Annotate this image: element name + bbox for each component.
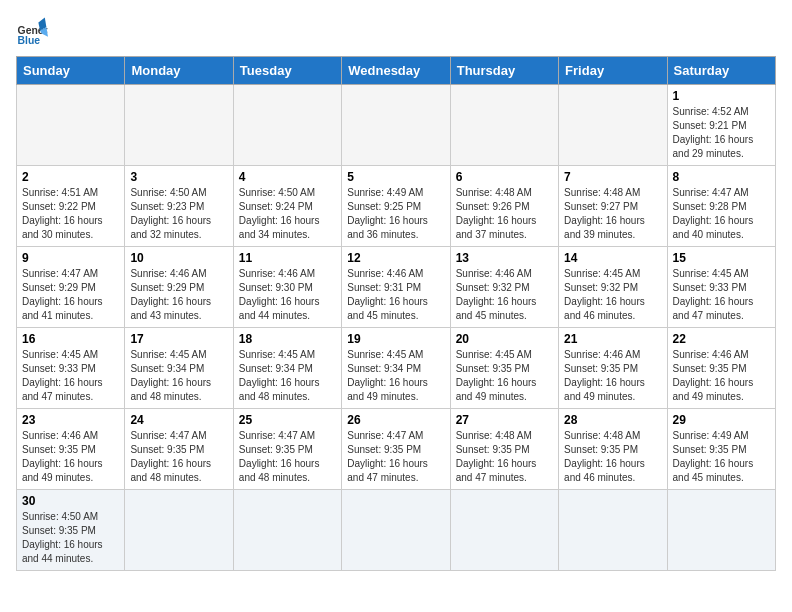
calendar-cell <box>450 85 558 166</box>
day-number: 16 <box>22 332 119 346</box>
day-info: Sunrise: 4:45 AM Sunset: 9:34 PM Dayligh… <box>239 348 336 404</box>
day-number: 3 <box>130 170 227 184</box>
calendar-cell: 24Sunrise: 4:47 AM Sunset: 9:35 PM Dayli… <box>125 409 233 490</box>
calendar-cell: 20Sunrise: 4:45 AM Sunset: 9:35 PM Dayli… <box>450 328 558 409</box>
day-info: Sunrise: 4:45 AM Sunset: 9:34 PM Dayligh… <box>347 348 444 404</box>
day-info: Sunrise: 4:45 AM Sunset: 9:33 PM Dayligh… <box>673 267 770 323</box>
weekday-header-friday: Friday <box>559 57 667 85</box>
day-number: 13 <box>456 251 553 265</box>
calendar-cell: 10Sunrise: 4:46 AM Sunset: 9:29 PM Dayli… <box>125 247 233 328</box>
day-number: 30 <box>22 494 119 508</box>
day-number: 7 <box>564 170 661 184</box>
calendar-cell: 22Sunrise: 4:46 AM Sunset: 9:35 PM Dayli… <box>667 328 775 409</box>
day-info: Sunrise: 4:46 AM Sunset: 9:32 PM Dayligh… <box>456 267 553 323</box>
day-number: 15 <box>673 251 770 265</box>
calendar-cell: 3Sunrise: 4:50 AM Sunset: 9:23 PM Daylig… <box>125 166 233 247</box>
weekday-header-tuesday: Tuesday <box>233 57 341 85</box>
calendar-cell: 17Sunrise: 4:45 AM Sunset: 9:34 PM Dayli… <box>125 328 233 409</box>
day-number: 24 <box>130 413 227 427</box>
day-number: 25 <box>239 413 336 427</box>
day-info: Sunrise: 4:47 AM Sunset: 9:35 PM Dayligh… <box>347 429 444 485</box>
calendar-table: SundayMondayTuesdayWednesdayThursdayFrid… <box>16 56 776 571</box>
calendar-cell: 28Sunrise: 4:48 AM Sunset: 9:35 PM Dayli… <box>559 409 667 490</box>
day-info: Sunrise: 4:46 AM Sunset: 9:30 PM Dayligh… <box>239 267 336 323</box>
day-number: 12 <box>347 251 444 265</box>
calendar-cell <box>125 490 233 571</box>
day-number: 4 <box>239 170 336 184</box>
day-info: Sunrise: 4:51 AM Sunset: 9:22 PM Dayligh… <box>22 186 119 242</box>
calendar-cell: 30Sunrise: 4:50 AM Sunset: 9:35 PM Dayli… <box>17 490 125 571</box>
day-number: 5 <box>347 170 444 184</box>
weekday-header-wednesday: Wednesday <box>342 57 450 85</box>
day-number: 28 <box>564 413 661 427</box>
calendar-cell: 26Sunrise: 4:47 AM Sunset: 9:35 PM Dayli… <box>342 409 450 490</box>
day-number: 18 <box>239 332 336 346</box>
day-number: 2 <box>22 170 119 184</box>
day-number: 21 <box>564 332 661 346</box>
day-info: Sunrise: 4:45 AM Sunset: 9:34 PM Dayligh… <box>130 348 227 404</box>
calendar-cell: 2Sunrise: 4:51 AM Sunset: 9:22 PM Daylig… <box>17 166 125 247</box>
calendar-cell <box>342 490 450 571</box>
day-number: 26 <box>347 413 444 427</box>
calendar-cell <box>667 490 775 571</box>
calendar-cell: 13Sunrise: 4:46 AM Sunset: 9:32 PM Dayli… <box>450 247 558 328</box>
calendar-week-row: 23Sunrise: 4:46 AM Sunset: 9:35 PM Dayli… <box>17 409 776 490</box>
calendar-cell <box>559 85 667 166</box>
calendar-cell <box>233 490 341 571</box>
calendar-week-row: 2Sunrise: 4:51 AM Sunset: 9:22 PM Daylig… <box>17 166 776 247</box>
calendar-cell: 12Sunrise: 4:46 AM Sunset: 9:31 PM Dayli… <box>342 247 450 328</box>
day-info: Sunrise: 4:48 AM Sunset: 9:35 PM Dayligh… <box>564 429 661 485</box>
day-number: 20 <box>456 332 553 346</box>
day-info: Sunrise: 4:46 AM Sunset: 9:35 PM Dayligh… <box>673 348 770 404</box>
calendar-cell: 15Sunrise: 4:45 AM Sunset: 9:33 PM Dayli… <box>667 247 775 328</box>
day-info: Sunrise: 4:48 AM Sunset: 9:35 PM Dayligh… <box>456 429 553 485</box>
day-info: Sunrise: 4:47 AM Sunset: 9:28 PM Dayligh… <box>673 186 770 242</box>
calendar-week-row: 1Sunrise: 4:52 AM Sunset: 9:21 PM Daylig… <box>17 85 776 166</box>
svg-text:Blue: Blue <box>18 35 41 46</box>
calendar-cell: 7Sunrise: 4:48 AM Sunset: 9:27 PM Daylig… <box>559 166 667 247</box>
weekday-header-saturday: Saturday <box>667 57 775 85</box>
day-number: 22 <box>673 332 770 346</box>
calendar-cell <box>559 490 667 571</box>
day-number: 19 <box>347 332 444 346</box>
day-info: Sunrise: 4:49 AM Sunset: 9:25 PM Dayligh… <box>347 186 444 242</box>
day-info: Sunrise: 4:52 AM Sunset: 9:21 PM Dayligh… <box>673 105 770 161</box>
day-number: 27 <box>456 413 553 427</box>
calendar-cell: 5Sunrise: 4:49 AM Sunset: 9:25 PM Daylig… <box>342 166 450 247</box>
calendar-cell <box>17 85 125 166</box>
calendar-cell <box>125 85 233 166</box>
calendar-week-row: 9Sunrise: 4:47 AM Sunset: 9:29 PM Daylig… <box>17 247 776 328</box>
calendar-cell: 14Sunrise: 4:45 AM Sunset: 9:32 PM Dayli… <box>559 247 667 328</box>
weekday-header-monday: Monday <box>125 57 233 85</box>
day-info: Sunrise: 4:48 AM Sunset: 9:27 PM Dayligh… <box>564 186 661 242</box>
calendar-cell: 21Sunrise: 4:46 AM Sunset: 9:35 PM Dayli… <box>559 328 667 409</box>
calendar-cell: 25Sunrise: 4:47 AM Sunset: 9:35 PM Dayli… <box>233 409 341 490</box>
calendar-cell: 1Sunrise: 4:52 AM Sunset: 9:21 PM Daylig… <box>667 85 775 166</box>
calendar-week-row: 30Sunrise: 4:50 AM Sunset: 9:35 PM Dayli… <box>17 490 776 571</box>
calendar-week-row: 16Sunrise: 4:45 AM Sunset: 9:33 PM Dayli… <box>17 328 776 409</box>
day-info: Sunrise: 4:45 AM Sunset: 9:35 PM Dayligh… <box>456 348 553 404</box>
calendar-cell: 18Sunrise: 4:45 AM Sunset: 9:34 PM Dayli… <box>233 328 341 409</box>
day-info: Sunrise: 4:46 AM Sunset: 9:29 PM Dayligh… <box>130 267 227 323</box>
day-info: Sunrise: 4:50 AM Sunset: 9:35 PM Dayligh… <box>22 510 119 566</box>
calendar-cell <box>450 490 558 571</box>
day-info: Sunrise: 4:45 AM Sunset: 9:32 PM Dayligh… <box>564 267 661 323</box>
weekday-header-thursday: Thursday <box>450 57 558 85</box>
day-number: 9 <box>22 251 119 265</box>
day-info: Sunrise: 4:47 AM Sunset: 9:35 PM Dayligh… <box>130 429 227 485</box>
calendar-cell: 27Sunrise: 4:48 AM Sunset: 9:35 PM Dayli… <box>450 409 558 490</box>
calendar-cell: 8Sunrise: 4:47 AM Sunset: 9:28 PM Daylig… <box>667 166 775 247</box>
day-number: 6 <box>456 170 553 184</box>
calendar-cell: 6Sunrise: 4:48 AM Sunset: 9:26 PM Daylig… <box>450 166 558 247</box>
logo-icon: General Blue <box>16 16 48 48</box>
day-number: 11 <box>239 251 336 265</box>
day-number: 14 <box>564 251 661 265</box>
calendar-cell: 9Sunrise: 4:47 AM Sunset: 9:29 PM Daylig… <box>17 247 125 328</box>
day-info: Sunrise: 4:50 AM Sunset: 9:23 PM Dayligh… <box>130 186 227 242</box>
calendar-cell: 19Sunrise: 4:45 AM Sunset: 9:34 PM Dayli… <box>342 328 450 409</box>
day-info: Sunrise: 4:46 AM Sunset: 9:31 PM Dayligh… <box>347 267 444 323</box>
day-number: 17 <box>130 332 227 346</box>
day-info: Sunrise: 4:47 AM Sunset: 9:29 PM Dayligh… <box>22 267 119 323</box>
day-number: 29 <box>673 413 770 427</box>
day-number: 1 <box>673 89 770 103</box>
